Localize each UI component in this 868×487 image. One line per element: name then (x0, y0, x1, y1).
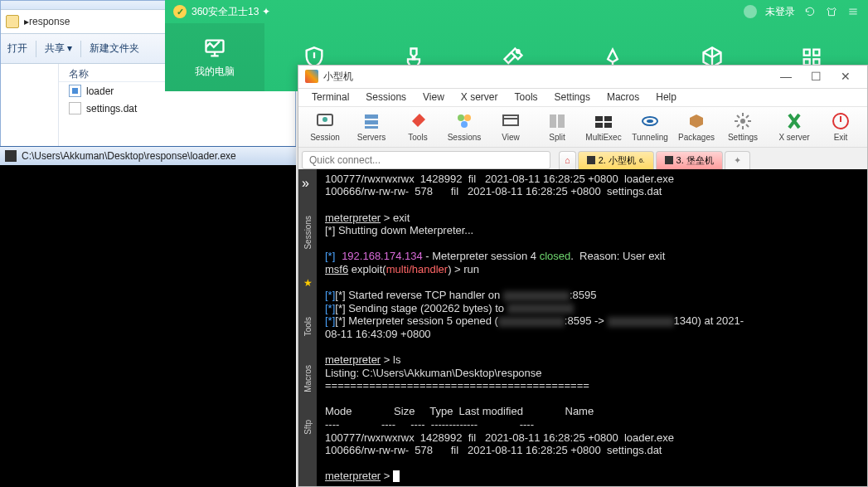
tool-settings[interactable]: Settings (720, 111, 766, 142)
quick-connect-input[interactable] (302, 151, 550, 169)
tool-view[interactable]: View (487, 111, 534, 142)
cmd-window: C:\Users\Akkuman\Desktop\response\loader… (0, 146, 296, 487)
tab-session-2[interactable]: 3. 堡垒机 (656, 151, 723, 169)
tool-split[interactable]: Split (534, 111, 580, 142)
cmd-title-text: C:\Users\Akkuman\Desktop\response\loader… (22, 150, 236, 162)
side-tab-sessions[interactable]: Sessions (303, 216, 313, 250)
menu-help[interactable]: Help (656, 91, 676, 103)
tool-servers[interactable]: Servers (348, 111, 395, 142)
pin-icon[interactable]: » (302, 176, 313, 187)
svg-rect-10 (365, 126, 378, 129)
menu-settings[interactable]: Settings (555, 91, 590, 103)
svg-rect-9 (365, 120, 378, 124)
menu-tools[interactable]: Tools (515, 91, 538, 103)
mx-toolbar: Session Servers Tools Sessions View Spli… (298, 107, 867, 149)
tool-exit[interactable]: Exit (817, 111, 864, 142)
tool-packages[interactable]: Packages (673, 111, 720, 142)
svg-point-7 (322, 117, 327, 122)
svg-point-12 (464, 114, 471, 121)
svg-point-13 (461, 121, 468, 128)
mx-title-text: 小型机 (323, 70, 353, 84)
login-status[interactable]: 未登录 (765, 5, 795, 19)
file-label: settings.dat (86, 103, 137, 114)
mx-titlebar[interactable]: 小型机 — ☐ ✕ (298, 66, 867, 89)
svg-rect-8 (365, 114, 378, 119)
tool-tools[interactable]: Tools (395, 111, 441, 142)
file-label: loader (86, 85, 114, 97)
svg-rect-14 (503, 115, 518, 125)
side-tab-tools[interactable]: Tools (303, 317, 313, 336)
tool-sessions-list[interactable]: Sessions (441, 111, 487, 142)
mx-left-sidebar: » Sessions ★ Tools Macros Sftp (298, 169, 317, 486)
menu-view[interactable]: View (423, 91, 444, 103)
svg-point-11 (458, 114, 464, 121)
tab-session-1[interactable]: 2. 小型机6. (578, 151, 654, 169)
cmd-titlebar[interactable]: C:\Users\Akkuman\Desktop\response\loader… (0, 147, 296, 165)
svg-rect-19 (595, 123, 603, 128)
menu-xserver[interactable]: X server (461, 91, 498, 103)
nav-my-pc[interactable]: 我的电脑 (165, 23, 264, 91)
redacted-ip-2 (507, 304, 574, 314)
tool-tunneling[interactable]: Tunneling (627, 111, 673, 142)
tab-home[interactable]: ⌂ (559, 151, 576, 169)
menu-sessions[interactable]: Sessions (366, 91, 406, 103)
redacted-ip-4 (608, 317, 674, 327)
folder-icon (6, 15, 19, 28)
explorer-open-button[interactable]: 打开 (7, 41, 27, 56)
close-button[interactable]: ✕ (831, 68, 861, 85)
avatar-icon[interactable] (744, 5, 757, 18)
svg-rect-17 (595, 116, 603, 121)
file-row-settings[interactable]: settings.dat (59, 100, 295, 117)
refresh-icon[interactable] (803, 5, 817, 18)
redacted-ip-1 (503, 291, 570, 301)
menu-macros[interactable]: Macros (607, 91, 639, 103)
mx-menubar: Terminal Sessions View X server Tools Se… (298, 89, 867, 107)
menu-icon[interactable] (846, 5, 860, 18)
svg-rect-15 (550, 114, 556, 128)
mx-logo-icon (305, 70, 318, 83)
av-logo-icon: ✓ (173, 5, 187, 18)
svg-point-23 (740, 119, 745, 124)
menu-terminal[interactable]: Terminal (312, 91, 349, 103)
explorer-share-button[interactable]: 共享 ▾ (45, 41, 72, 56)
terminal-cursor (393, 470, 400, 482)
dat-icon (69, 102, 81, 114)
terminal-output[interactable]: 100777/rwxrwxrwx 1428992 fil 2021-08-11 … (317, 169, 867, 486)
cmd-icon (5, 150, 17, 162)
svg-rect-16 (558, 114, 565, 128)
tab-add[interactable]: ✦ (725, 151, 750, 169)
mobaxterm-window: 小型机 — ☐ ✕ Terminal Sessions View X serve… (298, 65, 868, 487)
side-tab-sftp[interactable]: Sftp (303, 420, 313, 435)
mx-tabbar: ⌂ 2. 小型机6. 3. 堡垒机 ✦ (298, 148, 867, 169)
exe-icon (69, 85, 81, 97)
tool-multiexec[interactable]: MultiExec (580, 111, 627, 142)
star-icon: ★ (303, 277, 313, 289)
svg-point-22 (647, 119, 653, 123)
skin-icon[interactable] (825, 5, 838, 18)
svg-rect-20 (604, 123, 612, 128)
side-tab-macros[interactable]: Macros (303, 365, 313, 392)
av-title: ✓ 360安全卫士13 ✦ (173, 5, 744, 19)
maximize-button[interactable]: ☐ (801, 68, 831, 85)
tool-session[interactable]: Session (302, 111, 348, 142)
minimize-button[interactable]: — (771, 68, 801, 85)
redacted-ip-3 (498, 317, 565, 327)
explorer-newfolder-button[interactable]: 新建文件夹 (90, 41, 139, 56)
svg-rect-18 (604, 116, 612, 121)
prompt-meterpreter: meterpreter (325, 212, 381, 224)
breadcrumb-current[interactable]: response (29, 16, 70, 27)
svg-rect-3 (813, 50, 819, 56)
svg-rect-2 (804, 50, 810, 56)
tool-xserver[interactable]: X server (771, 111, 817, 142)
